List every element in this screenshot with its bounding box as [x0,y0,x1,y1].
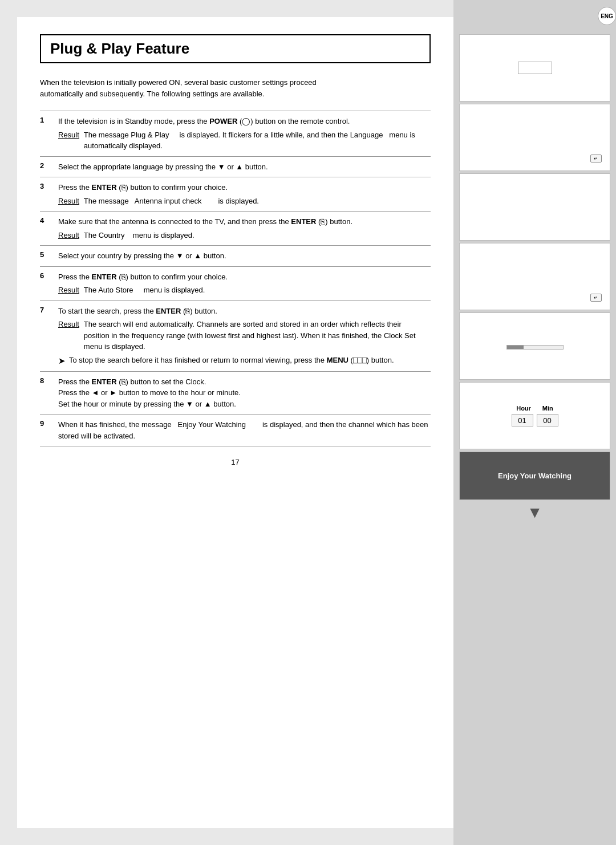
result-label: Result [58,319,79,352]
result-text: The message Plug & Play is displayed. It… [84,129,428,152]
step-number: 4 [40,212,56,246]
step-number: 9 [40,415,56,446]
progress-bar [506,345,564,350]
right-sidebar: ENG ↵ ↵ Hour Min [453,0,616,845]
result-text: The Country menu is displayed. [84,230,194,241]
table-row: 6 Press the ENTER (⎘) button to confirm … [40,266,431,300]
step-content: Select your country by pressing the ▼ or… [56,246,431,267]
table-row: 1 If the television is in Standby mode, … [40,111,431,157]
table-row: 2 Select the appropriate language by pre… [40,156,431,177]
result-label: Result [58,285,79,296]
step-content: When it has finished, the message Enjoy … [56,415,431,446]
lang-panel [459,34,610,101]
step-content: Select the appropriate language by press… [56,156,431,177]
page-number: 17 [40,458,431,466]
step-content: If the television is in Standby mode, pr… [56,111,431,157]
step-number: 6 [40,266,56,300]
result-label: Result [58,196,79,207]
enjoy-text: Enjoy Your Watching [465,472,604,480]
hour-value: 01 [512,414,533,426]
step-content: To start the search, press the ENTER (⎘)… [56,300,431,371]
table-row: 9 When it has finished, the message Enjo… [40,415,431,446]
table-row: 3 Press the ENTER (⎘) button to confirm … [40,177,431,212]
step-content: Make sure that the antenna is connected … [56,212,431,246]
progress-fill [507,346,524,349]
step-content: Press the ENTER (⎘) button to confirm yo… [56,177,431,212]
enter-icon: ↵ [590,155,602,162]
intro-text: When the television is initially powered… [40,77,325,99]
table-row: 4 Make sure that the antenna is connecte… [40,212,431,246]
hour-label: Hour [516,405,531,412]
step-number: 8 [40,371,56,415]
step-number: 1 [40,111,56,157]
clock-panel: Hour Min 01 00 [459,382,610,449]
autostore-panel: ↵ [459,243,610,310]
lang-box [518,62,552,74]
table-row: 8 Press the ENTER (⎘) button to set the … [40,371,431,415]
min-value: 00 [537,414,558,426]
steps-table: 1 If the television is in Standby mode, … [40,111,431,446]
table-row: 7 To start the search, press the ENTER (… [40,300,431,371]
result-text: The Auto Store menu is displayed. [84,285,205,296]
result-label: Result [58,230,79,241]
antenna-panel: ↵ [459,104,610,171]
result-text: The message Antenna input check is displ… [84,196,259,207]
down-arrow-icon: ▼ [459,503,610,522]
min-label: Min [542,405,553,412]
step-number: 7 [40,300,56,371]
step-number: 5 [40,246,56,267]
table-row: 5 Select your country by pressing the ▼ … [40,246,431,267]
result-text: The search will end automatically. Chann… [84,319,428,352]
arrow-icon: ➤ [58,355,66,367]
step-content: Press the ENTER (⎘) button to set the Cl… [56,371,431,415]
note-text: To stop the search before it has finishe… [69,355,394,367]
enjoy-panel: Enjoy Your Watching [459,452,610,500]
progress-panel [459,312,610,380]
enter-icon-2: ↵ [590,294,602,302]
step-number: 3 [40,177,56,212]
page-title: Plug & Play Feature [50,40,420,58]
result-label: Result [58,129,79,152]
step-content: Press the ENTER (⎘) button to confirm yo… [56,266,431,300]
step-number: 2 [40,156,56,177]
country-panel [459,173,610,241]
